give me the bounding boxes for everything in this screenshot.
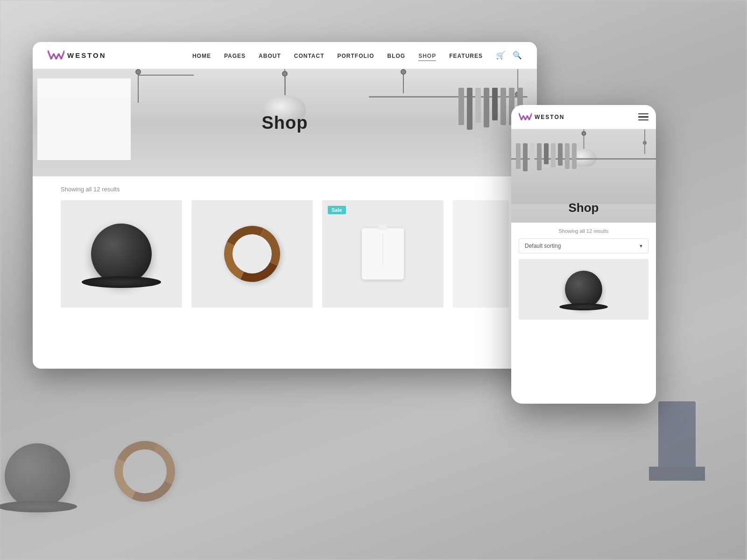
nav-shop[interactable]: SHOP	[418, 51, 436, 60]
mobile-mockup: WESTON	[511, 105, 656, 404]
sale-badge: Sale	[328, 206, 346, 214]
sort-chevron-icon: ▾	[640, 243, 642, 249]
hamburger-line-2	[638, 116, 648, 118]
mobile-hat-brim	[559, 303, 608, 310]
clothes-rack	[369, 69, 528, 176]
nav-portfolio[interactable]: PORTFOLIO	[338, 51, 374, 60]
desktop-logo[interactable]: WESTON	[48, 49, 106, 62]
nav-contact[interactable]: CONTACT	[294, 51, 324, 60]
nav-features[interactable]: FEATURES	[449, 51, 483, 60]
desktop-hero: Shop	[33, 69, 537, 176]
desktop-hero-title: Shop	[262, 113, 308, 133]
desktop-logo-icon	[48, 49, 64, 62]
nav-home[interactable]: HOME	[192, 51, 211, 60]
hamburger-button[interactable]	[638, 113, 648, 121]
cart-icon[interactable]: 🛒	[496, 51, 505, 60]
nav-blog[interactable]: BLOG	[388, 51, 406, 60]
hanging-lamp	[238, 69, 331, 153]
product-card-shirt[interactable]: Sale	[322, 200, 444, 308]
mobile-navbar: WESTON	[511, 105, 656, 129]
product-card-belt[interactable]	[191, 200, 313, 308]
mobile-hero-rack	[511, 129, 656, 204]
sort-label: Default sorting	[525, 243, 561, 249]
mobile-hanging-clothes	[516, 143, 651, 171]
mobile-product-preview[interactable]	[519, 259, 648, 320]
mobile-hero: Shop	[511, 129, 656, 223]
mobile-results-count: Showing all 12 results	[519, 228, 648, 234]
nav-about[interactable]: ABOUT	[259, 51, 281, 60]
shirt-image	[322, 200, 444, 308]
mobile-logo[interactable]: WESTON	[519, 112, 638, 122]
mobile-sort-dropdown[interactable]: Default sorting ▾	[519, 238, 648, 253]
product-card-4[interactable]	[453, 200, 509, 308]
mobile-logo-text: WESTON	[535, 114, 564, 120]
mobile-content: Showing all 12 results Default sorting ▾	[511, 223, 656, 325]
products-grid: Sale	[61, 200, 509, 308]
desktop-navbar: WESTON HOME PAGES ABOUT CONTACT PORTFOLI…	[33, 42, 537, 69]
nav-pages[interactable]: PAGES	[224, 51, 246, 60]
hat-image	[61, 200, 182, 308]
results-count: Showing all 12 results	[61, 186, 509, 193]
desktop-nav-links: HOME PAGES ABOUT CONTACT PORTFOLIO BLOG …	[192, 51, 483, 60]
desktop-logo-text: WESTON	[67, 51, 106, 59]
mobile-hat-image	[565, 271, 602, 308]
product-card-hat[interactable]	[61, 200, 182, 308]
mobile-hero-title: Shop	[511, 201, 656, 215]
hero-left-box	[37, 78, 131, 160]
mobile-logo-icon	[519, 112, 532, 122]
search-icon[interactable]: 🔍	[513, 51, 522, 60]
hamburger-line-1	[638, 113, 648, 115]
hamburger-line-3	[638, 119, 648, 121]
desktop-content: Showing all 12 results Sale	[33, 176, 537, 317]
desktop-nav-icons: 🛒 🔍	[496, 51, 522, 60]
belt-image	[191, 200, 313, 308]
desktop-mockup: WESTON HOME PAGES ABOUT CONTACT PORTFOLI…	[33, 42, 537, 369]
